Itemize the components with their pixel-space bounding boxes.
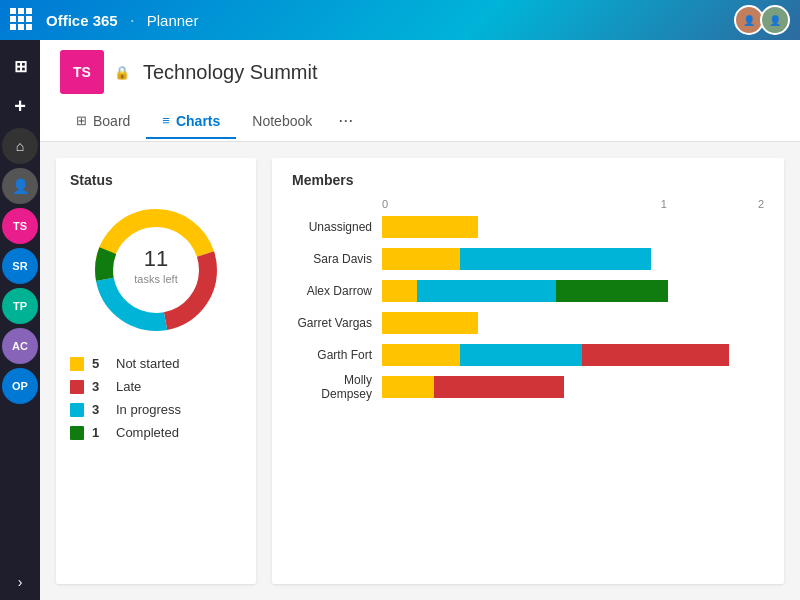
bar-track <box>382 248 764 270</box>
completed-label: Completed <box>116 425 179 440</box>
axis-label-0: 0 <box>382 198 570 210</box>
bar-track <box>382 280 764 302</box>
bar-segment-not_started <box>382 376 434 398</box>
tasks-label: tasks left <box>134 273 177 285</box>
not-started-count: 5 <box>92 356 108 371</box>
status-panel: Status 11 tasks left <box>56 158 256 584</box>
sidebar: ⊞ + ⌂ 👤 TS SR TP AC OP › <box>0 40 40 600</box>
bar-label: Garth Fort <box>292 348 382 362</box>
bar-row: Unassigned <box>292 214 764 240</box>
bar-row: Alex Darrow <box>292 278 764 304</box>
in-progress-count: 3 <box>92 402 108 417</box>
donut-chart: 11 tasks left <box>70 200 242 340</box>
waffle-icon[interactable] <box>10 8 34 32</box>
bar-label: Molly Dempsey <box>292 373 382 401</box>
project-badge: TS <box>60 50 104 94</box>
bar-row: Garret Vargas <box>292 310 764 336</box>
bar-row: Garth Fort <box>292 342 764 368</box>
tasks-count: 11 <box>144 246 168 271</box>
in-progress-label: In progress <box>116 402 181 417</box>
topbar: Office 365 · Planner 👤 👤 <box>0 0 800 40</box>
tab-charts[interactable]: ≡ Charts <box>146 105 236 139</box>
status-title: Status <box>70 172 242 188</box>
bar-segment-in_progress <box>460 344 581 366</box>
late-label: Late <box>116 379 141 394</box>
project-header: TS 🔒 Technology Summit ⊞ Board ≡ Charts … <box>40 40 800 142</box>
completed-color <box>70 426 84 440</box>
sidebar-item-sr[interactable]: SR <box>2 248 38 284</box>
tab-notebook[interactable]: Notebook <box>236 105 328 139</box>
members-title: Members <box>292 172 764 188</box>
members-bar-chart: 012UnassignedSara DavisAlex DarrowGarret… <box>292 198 764 400</box>
sidebar-item-waffle[interactable]: ⊞ <box>2 48 38 84</box>
legend-in-progress: 3 In progress <box>70 402 242 417</box>
bar-row: Molly Dempsey <box>292 374 764 400</box>
status-legend: 5 Not started 3 Late 3 In progress <box>70 356 242 440</box>
legend-completed: 1 Completed <box>70 425 242 440</box>
axis-label-1: 1 <box>570 198 758 210</box>
completed-count: 1 <box>92 425 108 440</box>
axis-row: 012 <box>382 198 764 210</box>
in-progress-color <box>70 403 84 417</box>
avatar-2[interactable]: 👤 <box>760 5 790 35</box>
bar-segment-not_started <box>382 344 460 366</box>
sidebar-item-ac[interactable]: AC <box>2 328 38 364</box>
sidebar-item-add[interactable]: + <box>2 88 38 124</box>
sidebar-item-user[interactable]: 👤 <box>2 168 38 204</box>
late-count: 3 <box>92 379 108 394</box>
main-content: TS 🔒 Technology Summit ⊞ Board ≡ Charts … <box>40 40 800 600</box>
bar-segment-in_progress <box>460 248 651 270</box>
sidebar-item-op[interactable]: OP <box>2 368 38 404</box>
bar-row: Sara Davis <box>292 246 764 272</box>
project-name: Technology Summit <box>143 61 318 84</box>
tabs: ⊞ Board ≡ Charts Notebook ··· <box>60 102 780 141</box>
separator: · <box>130 10 135 31</box>
tab-more[interactable]: ··· <box>328 102 363 141</box>
bar-segment-late <box>434 376 564 398</box>
bar-track <box>382 216 764 238</box>
office365-title: Office 365 <box>46 12 118 29</box>
members-panel: Members 012UnassignedSara DavisAlex Darr… <box>272 158 784 584</box>
sidebar-item-tp[interactable]: TP <box>2 288 38 324</box>
bar-track <box>382 312 764 334</box>
bar-segment-completed <box>556 280 669 302</box>
legend-not-started: 5 Not started <box>70 356 242 371</box>
bar-segment-late <box>582 344 729 366</box>
bar-segment-not_started <box>382 216 478 238</box>
bar-track <box>382 376 764 398</box>
user-avatars[interactable]: 👤 👤 <box>738 5 790 35</box>
not-started-label: Not started <box>116 356 180 371</box>
bar-segment-not_started <box>382 312 478 334</box>
sidebar-item-ts[interactable]: TS <box>2 208 38 244</box>
bar-label: Sara Davis <box>292 252 382 266</box>
bar-segment-not_started <box>382 248 460 270</box>
bar-label: Alex Darrow <box>292 284 382 298</box>
planner-title: Planner <box>147 12 199 29</box>
not-started-color <box>70 357 84 371</box>
tab-board[interactable]: ⊞ Board <box>60 105 146 139</box>
sidebar-item-home[interactable]: ⌂ <box>2 128 38 164</box>
bar-track <box>382 344 764 366</box>
board-icon: ⊞ <box>76 113 87 128</box>
charts-icon: ≡ <box>162 113 170 128</box>
late-color <box>70 380 84 394</box>
bar-segment-in_progress <box>417 280 556 302</box>
lock-icon: 🔒 <box>114 65 130 80</box>
bar-segment-not_started <box>382 280 417 302</box>
sidebar-expand-chevron[interactable]: › <box>18 574 23 600</box>
axis-label-2: 2 <box>758 198 764 210</box>
bar-label: Garret Vargas <box>292 316 382 330</box>
bar-label: Unassigned <box>292 220 382 234</box>
content-area: Status 11 tasks left <box>40 142 800 600</box>
legend-late: 3 Late <box>70 379 242 394</box>
